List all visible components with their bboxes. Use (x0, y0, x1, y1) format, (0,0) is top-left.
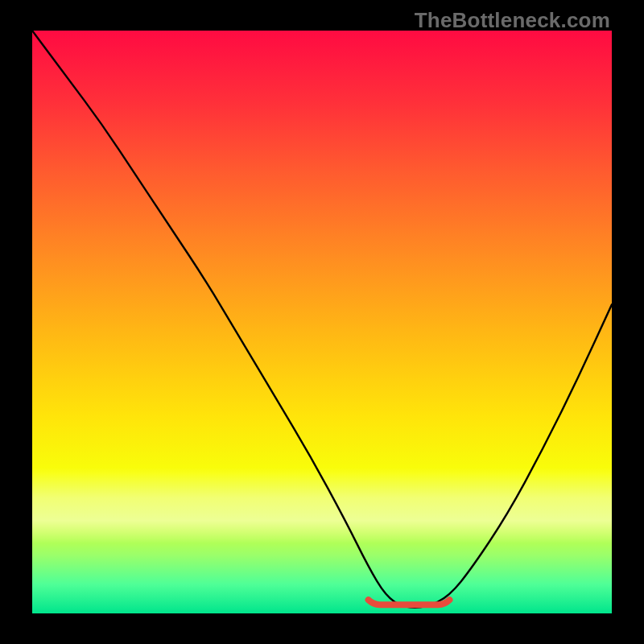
watermark-text: TheBottleneck.com (415, 8, 610, 33)
optimal-range-marker (369, 600, 450, 605)
plot-area (32, 31, 612, 613)
chart-frame: TheBottleneck.com (0, 0, 644, 644)
highlight-band (32, 468, 612, 543)
